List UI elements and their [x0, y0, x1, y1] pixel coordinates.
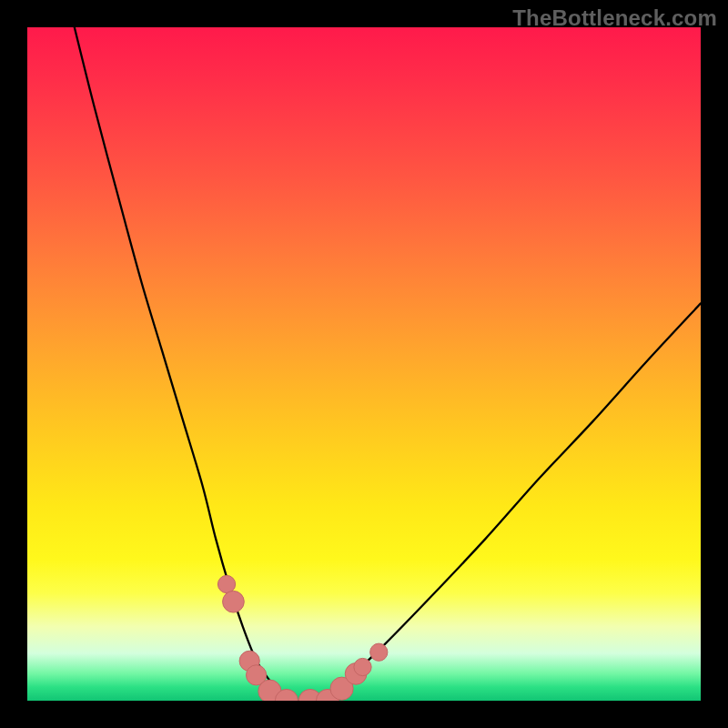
- data-marker: [370, 643, 388, 661]
- chart-frame: TheBottleneck.com: [0, 0, 728, 728]
- bottleneck-curve: [75, 27, 701, 701]
- data-markers: [217, 575, 387, 701]
- data-marker: [223, 591, 245, 612]
- chart-svg: [27, 27, 701, 701]
- plot-area: [27, 27, 701, 701]
- watermark-text: TheBottleneck.com: [512, 5, 717, 31]
- data-marker: [354, 658, 371, 675]
- data-marker: [217, 575, 235, 592]
